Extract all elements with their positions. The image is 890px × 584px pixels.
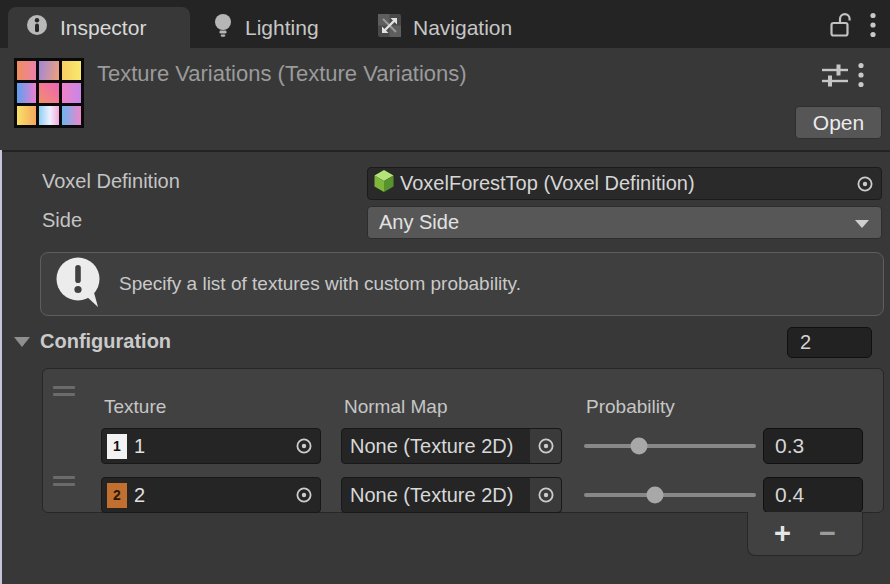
inspector-window: Inspector Lighting xyxy=(0,0,890,584)
configuration-foldout[interactable]: Configuration xyxy=(40,330,171,353)
column-header-probability: Probability xyxy=(586,396,675,418)
tab-label: Navigation xyxy=(413,16,512,40)
voxel-definition-field[interactable]: VoxelForestTop (Voxel Definition) xyxy=(367,167,882,200)
list-footer: + − xyxy=(747,512,863,556)
slider-track[interactable] xyxy=(584,444,756,448)
object-picker-icon[interactable] xyxy=(530,478,561,512)
foldout-arrow-icon[interactable] xyxy=(14,337,30,347)
configuration-size-field[interactable]: 2 xyxy=(787,327,872,358)
panel-edge xyxy=(0,150,2,584)
kebab-menu-icon[interactable] xyxy=(870,12,876,42)
side-dropdown[interactable]: Any Side xyxy=(367,206,882,239)
tab-label: Inspector xyxy=(60,16,146,40)
texture-field[interactable]: 2 2 xyxy=(101,477,321,513)
navigation-icon xyxy=(378,14,401,42)
drag-handle-icon[interactable] xyxy=(53,386,75,400)
object-picker-icon[interactable] xyxy=(530,429,561,463)
tab-bar: Inspector Lighting xyxy=(0,0,890,48)
probability-slider[interactable] xyxy=(584,428,756,464)
info-icon xyxy=(26,14,48,41)
chevron-down-icon xyxy=(855,220,869,228)
column-header-texture: Texture xyxy=(104,396,166,418)
voxel-definition-value: VoxelForestTop (Voxel Definition) xyxy=(400,172,695,195)
header-kebab-icon[interactable] xyxy=(858,62,864,92)
texture-field[interactable]: 1 1 xyxy=(101,428,321,464)
texture-name: 1 xyxy=(134,435,145,458)
list-container: Texture Normal Map Probability 1 1 None … xyxy=(42,368,884,513)
presets-icon[interactable] xyxy=(820,62,850,93)
voxel-definition-label: Voxel Definition xyxy=(42,170,180,193)
texture-thumbnail: 1 xyxy=(107,434,127,459)
page-title: Texture Variations (Texture Variations) xyxy=(97,61,467,87)
column-header-normal-map: Normal Map xyxy=(344,396,447,418)
drag-handle-icon[interactable] xyxy=(53,476,75,490)
tab-lighting[interactable]: Lighting xyxy=(213,7,319,48)
texture-thumbnail: 2 xyxy=(107,483,127,508)
tab-navigation[interactable]: Navigation xyxy=(378,7,512,48)
texture-name: 2 xyxy=(134,484,145,507)
tab-inspector[interactable]: Inspector xyxy=(8,7,190,48)
probability-slider[interactable] xyxy=(584,477,756,513)
header-divider xyxy=(0,150,890,152)
object-picker-icon[interactable] xyxy=(288,478,320,512)
side-label: Side xyxy=(42,209,82,232)
slider-knob[interactable] xyxy=(631,438,648,455)
side-dropdown-value: Any Side xyxy=(379,211,459,234)
unlock-icon[interactable] xyxy=(828,11,854,43)
normal-map-field[interactable]: None (Texture 2D) xyxy=(341,477,562,513)
add-item-button[interactable]: + xyxy=(774,519,791,548)
object-picker-icon[interactable] xyxy=(849,168,881,199)
tab-label: Lighting xyxy=(245,16,319,40)
probability-field[interactable]: 0.3 xyxy=(763,428,863,464)
warning-bubble-icon xyxy=(55,255,103,313)
probability-field[interactable]: 0.4 xyxy=(763,477,863,513)
help-box: Specify a list of textures with custom p… xyxy=(40,252,884,316)
normal-map-field[interactable]: None (Texture 2D) xyxy=(341,428,562,464)
object-picker-icon[interactable] xyxy=(288,429,320,463)
voxel-cube-icon xyxy=(373,169,395,198)
slider-track[interactable] xyxy=(584,493,756,497)
texture-variations-asset-icon xyxy=(14,58,84,128)
open-button[interactable]: Open xyxy=(795,106,882,139)
slider-knob[interactable] xyxy=(646,487,663,504)
texture-variation-list: Texture Normal Map Probability 1 1 None … xyxy=(42,368,884,558)
help-message: Specify a list of textures with custom p… xyxy=(119,273,521,295)
bulb-icon xyxy=(213,13,233,43)
remove-item-button[interactable]: − xyxy=(819,519,836,548)
